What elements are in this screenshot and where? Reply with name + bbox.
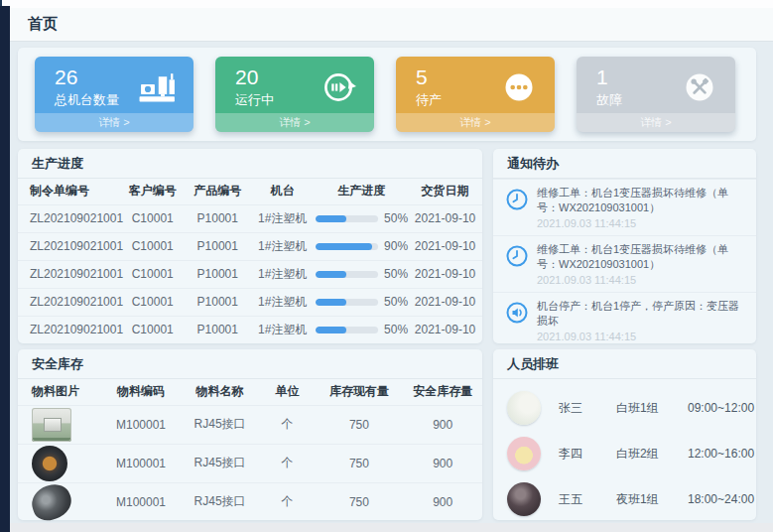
dashboard-screen: 首页 26 总机台数量 <box>0 0 773 532</box>
notification-item[interactable]: 维修工单：机台1变压器损坏待维修（单号：WX202109031001） 2021… <box>493 179 756 235</box>
window-bottom-strip <box>10 523 773 532</box>
list-item: 张三 白班1组 09:00~12:00 <box>493 385 756 431</box>
cell-unit: 个 <box>259 482 315 521</box>
cell-date: 2021-09-10 <box>408 204 482 232</box>
col-stock-qty: 库存现有量 <box>315 379 403 405</box>
notification-item[interactable]: 机台停产：机台1停产，停产原因：变压器损坏 2021.09.03 11:44:1… <box>493 292 756 348</box>
tab-home[interactable]: 首页 <box>28 15 58 34</box>
table-row: ZL202109021001 C10001 P10001 1#注塑机 90% 2… <box>18 232 482 260</box>
production-header-row: 制令单编号 客户编号 产品编号 机台 生产进度 交货日期 <box>18 179 482 204</box>
cell-machine: 1#注塑机 <box>250 288 316 316</box>
stat-card-total-machines: 26 总机台数量 <box>35 57 193 132</box>
speaker-cone-image <box>28 479 76 524</box>
cell-material-code: M100001 <box>101 405 181 444</box>
detail-link-waiting[interactable]: 详情 > <box>396 113 555 132</box>
machine-icon <box>138 68 178 106</box>
col-order-no: 制令单编号 <box>18 179 120 204</box>
running-icon <box>319 68 358 106</box>
cell-stock-qty: 750 <box>315 482 403 521</box>
dashboard-content: 26 总机台数量 <box>10 42 773 523</box>
col-safety-qty: 安全库存量 <box>403 379 482 405</box>
progress-value: 50% <box>384 211 408 225</box>
notification-time: 2021.09.03 11:44:15 <box>537 330 746 343</box>
safety-inventory-title: 安全库存 <box>18 349 482 379</box>
page-tab-bar: 首页 <box>10 8 773 42</box>
cell-order: ZL202109021001 <box>18 204 120 232</box>
cell-material-code: M100001 <box>101 444 181 482</box>
detail-link-total-machines[interactable]: 详情 > <box>35 113 193 132</box>
cell-customer: C10001 <box>120 288 186 316</box>
cell-safety-qty: 900 <box>403 405 482 444</box>
person-shift: 夜班1组 <box>616 491 688 508</box>
person-name: 李四 <box>559 446 616 463</box>
personnel-schedule-title: 人员排班 <box>493 349 756 379</box>
progress-bar: 50% <box>316 295 409 309</box>
stat-cards-panel: 26 总机台数量 <box>18 48 756 141</box>
rj45-connector-image <box>32 408 71 442</box>
person-time: 09:00~12:00 <box>688 401 754 415</box>
window-top-strip <box>0 0 773 8</box>
cell-order: ZL202109021001 <box>18 316 120 343</box>
col-progress: 生产进度 <box>316 179 409 204</box>
person-shift: 白班1组 <box>616 400 688 417</box>
col-unit: 单位 <box>259 379 315 405</box>
notification-text: 机台停产：机台1停产，停产原因：变压器损坏 <box>537 299 746 329</box>
table-row: ZL202109021001 C10001 P10001 1#注塑机 50% 2… <box>18 288 482 316</box>
cell-material-name: RJ45接口 <box>181 482 260 521</box>
person-time: 12:00~16:00 <box>688 447 754 461</box>
notification-time: 2021.09.03 11:44:15 <box>537 216 746 230</box>
cell-order: ZL202109021001 <box>18 260 120 288</box>
notifications-panel: 通知待办 维修工单：机台1变压器损坏待维修（单号：WX202109031001）… <box>493 149 756 343</box>
col-delivery-date: 交货日期 <box>408 179 482 204</box>
progress-bar: 50% <box>316 267 409 281</box>
stat-value-waiting: 5 <box>416 66 442 89</box>
cell-safety-qty: 900 <box>403 444 482 482</box>
cell-product: P10001 <box>185 288 250 316</box>
avatar <box>507 482 541 516</box>
list-item: 李四 白班2组 12:00~16:00 <box>493 431 756 476</box>
stat-value-total-machines: 26 <box>55 66 119 89</box>
stat-card-fault: 1 故障 <box>577 57 735 132</box>
cell-machine: 1#注塑机 <box>250 204 316 232</box>
cell-order: ZL202109021001 <box>18 232 120 260</box>
table-row: M100001 RJ45接口 个 750 900 <box>18 444 482 482</box>
cell-machine: 1#注塑机 <box>250 232 316 260</box>
col-customer-no: 客户编号 <box>120 179 186 204</box>
cell-material-name: RJ45接口 <box>181 444 260 482</box>
table-row: ZL202109021001 C10001 P10001 1#注塑机 50% 2… <box>18 204 482 232</box>
production-progress-table: 制令单编号 客户编号 产品编号 机台 生产进度 交货日期 ZL202109021… <box>18 179 482 343</box>
notification-item[interactable]: 维修工单：机台1变压器损坏待维修（单号：WX202109031001） 2021… <box>493 235 756 292</box>
cell-product: P10001 <box>185 316 250 343</box>
cell-customer: C10001 <box>120 260 186 288</box>
table-row: ZL202109021001 C10001 P10001 1#注塑机 50% 2… <box>18 260 482 288</box>
speaker-icon <box>505 301 529 325</box>
cell-stock-qty: 750 <box>315 444 403 482</box>
clock-icon <box>505 244 529 268</box>
stat-label-waiting: 待产 <box>416 91 442 109</box>
table-row: M100001 RJ45接口 个 750 900 <box>18 405 482 444</box>
cell-material-name: RJ45接口 <box>181 405 260 444</box>
production-progress-panel: 生产进度 制令单编号 客户编号 产品编号 机台 生产进度 交货日期 ZL2021 <box>18 149 482 343</box>
detail-link-fault[interactable]: 详情 > <box>577 113 735 132</box>
col-machine: 机台 <box>250 179 316 204</box>
avatar <box>507 391 541 425</box>
notification-text: 维修工单：机台1变压器损坏待维修（单号：WX202109031001） <box>537 242 746 272</box>
col-material-code: 物料编码 <box>101 379 181 405</box>
cell-customer: C10001 <box>120 316 186 343</box>
sidebar-edge <box>0 6 10 532</box>
cell-product: P10001 <box>185 232 250 260</box>
stat-label-fault: 故障 <box>596 91 622 109</box>
cell-safety-qty: 900 <box>403 482 482 521</box>
person-name: 王五 <box>559 491 616 508</box>
cell-customer: C10001 <box>120 232 186 260</box>
table-row: ZL202109021001 C10001 P10001 1#注塑机 50% 2… <box>18 316 482 343</box>
round-speaker-image <box>32 446 67 481</box>
detail-link-running[interactable]: 详情 > <box>215 113 374 132</box>
col-product-no: 产品编号 <box>185 179 250 204</box>
cell-material-code: M100001 <box>101 482 181 521</box>
notifications-title: 通知待办 <box>493 149 756 179</box>
ellipsis-icon <box>499 68 539 106</box>
progress-bar: 50% <box>316 323 409 336</box>
list-item: 王五 夜班1组 18:00~24:00 <box>493 476 756 522</box>
cell-date: 2021-09-10 <box>408 316 482 343</box>
